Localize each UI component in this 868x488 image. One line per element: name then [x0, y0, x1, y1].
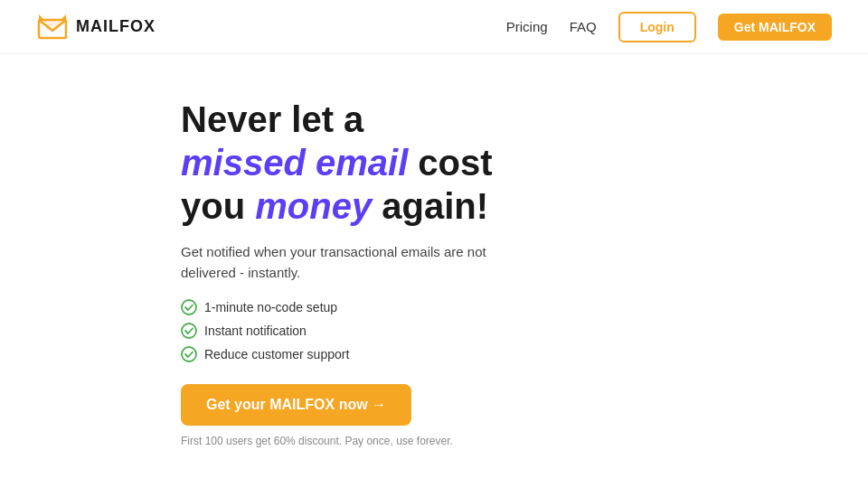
login-button[interactable]: Login	[618, 12, 696, 42]
feature-label-1: 1-minute no-code setup	[204, 300, 337, 314]
headline-cost: cost	[408, 143, 492, 183]
feature-1: 1-minute no-code setup	[181, 299, 506, 315]
logo[interactable]: MAILFOX	[36, 14, 156, 40]
hero-subtitle: Get notified when your transactional ema…	[181, 242, 488, 283]
feature-3: Reduce customer support	[181, 346, 506, 362]
discount-note: First 100 users get 60% discount. Pay on…	[181, 435, 506, 447]
hero-section: Never let a missed email cost you money …	[0, 54, 542, 465]
feature-label-2: Instant notification	[204, 324, 307, 338]
hero-headline: Never let a missed email cost you money …	[181, 98, 506, 228]
svg-marker-0	[39, 20, 66, 31]
navbar: MAILFOX Pricing FAQ Login Get MAILFOX	[0, 0, 868, 54]
headline-italic2: money	[255, 186, 372, 226]
svg-point-6	[182, 300, 196, 314]
headline-again: again!	[372, 186, 488, 226]
headline-italic1: missed email	[181, 143, 408, 183]
headline-line1: Never let a	[181, 99, 363, 139]
svg-marker-3	[61, 14, 66, 20]
logo-text: MAILFOX	[76, 17, 156, 36]
svg-point-4	[47, 25, 50, 28]
cta-button[interactable]: Get your MAILFOX now →	[181, 384, 411, 426]
nav-links: Pricing FAQ Login Get MAILFOX	[506, 12, 832, 42]
svg-point-5	[56, 25, 59, 28]
svg-point-7	[182, 324, 196, 338]
feature-label-3: Reduce customer support	[204, 347, 349, 361]
get-mailfox-button[interactable]: Get MAILFOX	[718, 14, 832, 41]
nav-pricing[interactable]: Pricing	[506, 19, 548, 34]
feature-2: Instant notification	[181, 323, 506, 339]
check-icon-3	[181, 346, 197, 362]
feature-list: 1-minute no-code setup Instant notificat…	[181, 299, 506, 362]
logo-icon	[36, 14, 69, 40]
nav-faq[interactable]: FAQ	[570, 19, 597, 34]
svg-point-8	[182, 347, 196, 361]
check-icon-1	[181, 299, 197, 315]
svg-marker-2	[39, 14, 44, 20]
check-icon-2	[181, 323, 197, 339]
